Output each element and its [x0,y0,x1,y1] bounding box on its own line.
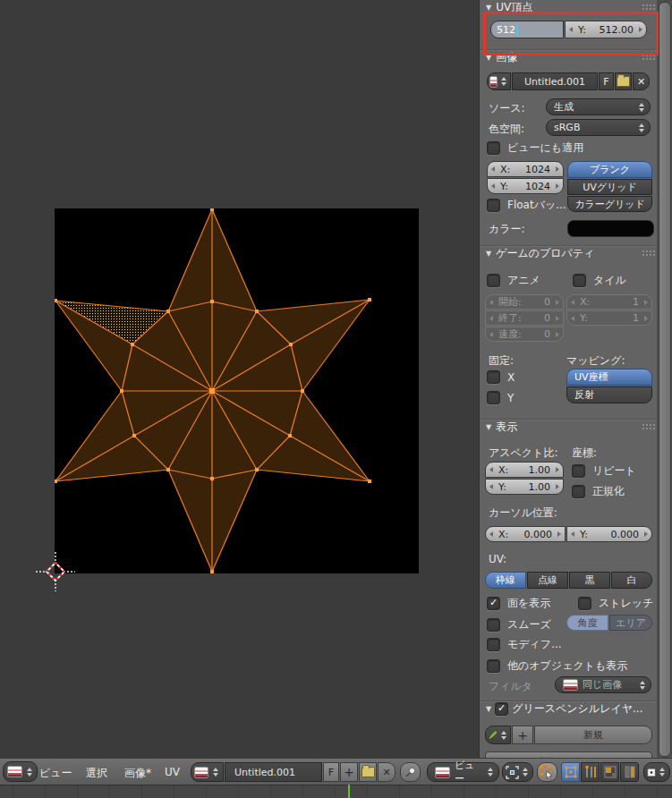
color-swatch[interactable] [567,220,654,237]
tiles-x-field[interactable]: X: 1 [566,294,652,310]
spinner-left-icon[interactable] [571,531,574,537]
header-fake-user-button[interactable]: F [323,762,339,782]
pin-image-button[interactable] [400,762,421,782]
aspect-x-field[interactable]: X: 1.00 [485,462,564,478]
gpencil-checkbox[interactable] [495,702,508,716]
timeline-strip[interactable] [0,785,672,798]
display-channels-dropdown[interactable]: ビュー [427,762,499,782]
unlink-image-button[interactable]: ✕ [633,72,650,90]
header-image-name-field[interactable]: Untitled.001 [225,762,322,782]
uv-2d-cursor[interactable] [34,550,77,593]
show-faces-checkbox[interactable] [487,597,500,610]
spinner-right-icon[interactable] [644,316,648,321]
header-open-image-button[interactable] [359,762,377,782]
editor-type-button[interactable] [3,761,38,782]
menu-image[interactable]: 画像* [124,766,151,781]
header-unlink-image-button[interactable]: ✕ [378,762,396,782]
source-dropdown[interactable]: 生成 [546,98,651,115]
panel-header-display[interactable]: ▼ 表示 [480,419,672,434]
spinner-left-icon[interactable] [489,531,493,537]
spinner-left-icon[interactable] [489,484,493,489]
uv-image[interactable] [55,208,419,573]
generated-type-colorgrid-button[interactable]: カラーグリッド [567,196,652,212]
tiles-checkbox[interactable] [573,274,586,287]
cursor-y-field[interactable]: Y: 0.000 [566,526,652,542]
spinner-left-icon[interactable] [491,183,495,189]
timeline-playhead[interactable] [348,785,350,798]
filter-dropdown[interactable]: 同じ画像 [555,676,651,693]
panel-header-gpencil[interactable]: ▼ グリースペンシルレイヤ... [480,700,672,716]
panel-header-uv-vertex[interactable]: ▼ UV頂点 [480,0,663,14]
stretch-checkbox[interactable] [578,597,591,610]
spinner-right-icon[interactable] [557,531,561,537]
spinner-left-icon[interactable] [571,300,574,305]
colorspace-dropdown[interactable]: sRGB [546,119,651,136]
mapping-uv-button[interactable]: UV座標 [566,369,652,386]
float-buffer-checkbox[interactable] [487,199,500,212]
fake-user-button[interactable]: F [599,72,614,90]
select-mode-island-button[interactable] [620,762,639,782]
menu-view[interactable]: ビュー [39,766,72,781]
image-name-field[interactable]: Untitled.001 [512,72,598,90]
anim-speed-field[interactable]: 速度: 0 [485,327,564,342]
repeat-checkbox[interactable] [572,464,585,478]
clamp-x-checkbox[interactable] [487,370,500,384]
uv-star-mesh[interactable] [55,208,419,573]
select-mode-face-button[interactable] [600,762,619,782]
spinner-left-icon[interactable] [571,316,574,321]
panel-header-image[interactable]: ▼ 画像 [480,49,672,64]
image-width-field[interactable]: X: 1024 [487,161,564,177]
panel-drag-grip-icon[interactable] [642,54,658,60]
uv-vertex-y-field[interactable]: Y: 512.00 [565,21,647,38]
menu-select[interactable]: 選択 [86,766,107,781]
tiles-y-field[interactable]: Y: 1 [566,310,652,326]
spinner-right-icon[interactable] [556,183,559,189]
other-objects-checkbox[interactable] [487,659,500,673]
panel-drag-grip-icon[interactable] [642,423,658,429]
generated-type-blank-button[interactable]: ブランク [567,161,652,178]
clamp-y-checkbox[interactable] [487,391,500,404]
spinner-left-icon[interactable] [489,316,493,321]
panel-drag-grip-icon[interactable] [642,250,658,256]
uv-mode-outline-button[interactable]: 枠線 [485,572,526,589]
select-mode-vertex-button[interactable] [561,762,580,782]
proportional-edit-dropdown[interactable] [643,762,670,782]
select-mode-edge-button[interactable] [581,762,600,782]
panel-drag-grip-icon[interactable] [642,4,658,10]
mapping-reflection-button[interactable]: 反射 [566,386,652,403]
gpencil-mode-button[interactable] [485,726,511,744]
generated-type-uvgrid-button[interactable]: UVグリッド [567,179,652,195]
gpencil-new-layer-button-partial[interactable]: 新規レイヤー [485,751,652,758]
gpencil-add-button[interactable]: + [512,726,533,744]
anim-end-field[interactable]: 終了: 0 [485,310,564,326]
panel-header-game[interactable]: ▼ ゲームのプロパティ [480,245,672,260]
spinner-right-icon[interactable] [556,484,559,489]
spinner-right-icon[interactable] [556,332,559,337]
spinner-left-icon[interactable] [489,300,493,305]
spinner-right-icon[interactable] [556,166,559,172]
uv-mode-white-button[interactable]: 白 [611,572,652,589]
stretch-area-button[interactable]: エリア [609,615,652,631]
uv-vertex-x-field[interactable]: 512 [490,21,564,38]
normalized-checkbox[interactable] [572,485,585,498]
spinner-right-icon[interactable] [639,27,642,32]
open-image-button[interactable] [615,72,632,90]
uv-sync-select-toggle[interactable] [537,762,557,782]
spinner-right-icon[interactable] [556,467,559,472]
spinner-left-icon[interactable] [569,27,573,32]
cursor-x-field[interactable]: X: 0.000 [485,526,566,542]
panel-scrollbar-track[interactable] [657,0,672,758]
image-browse-button[interactable] [487,72,511,90]
view-as-render-checkbox[interactable] [487,141,500,155]
spinner-left-icon[interactable] [489,332,493,337]
modified-checkbox[interactable] [487,638,500,651]
smooth-checkbox[interactable] [487,618,500,632]
aspect-y-field[interactable]: Y: 1.00 [485,479,564,495]
header-image-browse-button[interactable] [191,762,224,782]
uv-mode-dash-button[interactable]: 点線 [527,572,568,589]
uv-editor-canvas[interactable] [0,0,479,758]
spinner-left-icon[interactable] [491,166,495,172]
spinner-right-icon[interactable] [556,316,559,321]
spinner-right-icon[interactable] [556,300,559,305]
image-height-field[interactable]: Y: 1024 [487,178,564,194]
